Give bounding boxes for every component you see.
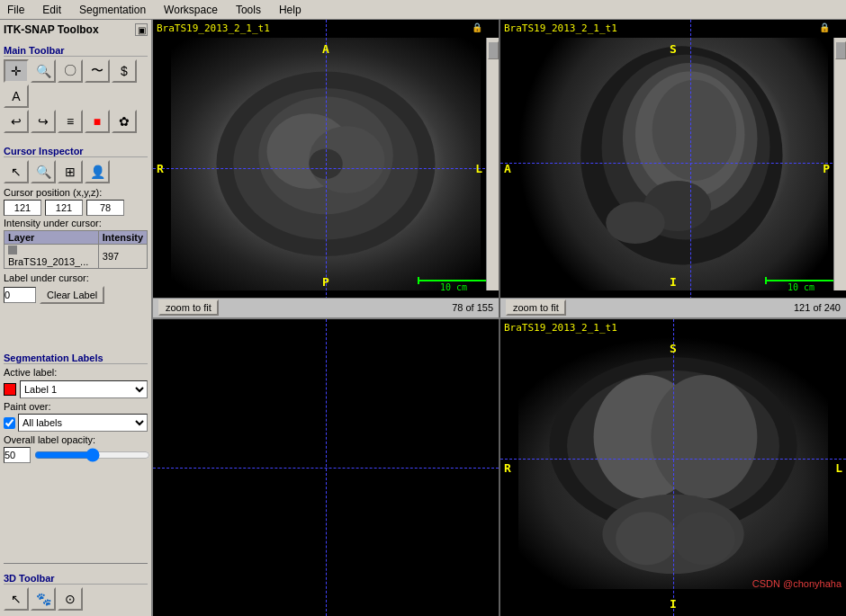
sagittal-scale-bar: 10 cm: [765, 280, 837, 292]
menu-file[interactable]: File: [4, 3, 28, 17]
top-row: 🔒 BraTS19_2013_2_1_t1 A P R: [153, 20, 846, 319]
sagittal-scroll-thumb[interactable]: [835, 41, 846, 59]
tool-snake[interactable]: 〜: [85, 59, 110, 83]
paint-over-text: Paint over:: [4, 401, 148, 412]
empty-spacer: [4, 304, 148, 340]
layer-color-swatch: [8, 246, 17, 254]
toolbox-collapse-button[interactable]: ▣: [135, 23, 148, 36]
sagittal-scale-line: [765, 280, 837, 281]
3d-tool-1[interactable]: ↖: [4, 587, 29, 611]
lock-icon-axial: 🔒: [472, 22, 482, 32]
menu-help[interactable]: Help: [275, 3, 305, 17]
view-3d[interactable]: [153, 319, 500, 617]
tool-pan[interactable]: 〇: [58, 59, 83, 83]
cursor-coord-row: [4, 200, 148, 216]
intensity-value: 397: [98, 245, 147, 269]
coord-x-input[interactable]: [4, 200, 41, 216]
opacity-row: [4, 447, 148, 463]
left-panel: ITK-SNAP Toolbox ▣ Main Toolbar ✛ 🔍 〇 〜 …: [0, 20, 153, 616]
tool-crosshair[interactable]: ✛: [4, 59, 29, 83]
tool-dollar[interactable]: $: [112, 59, 137, 83]
paint-over-row: All labels: [4, 414, 148, 432]
bottom-row: BraTS19_2013_2_1_t1 S I R: [153, 319, 846, 617]
sagittal-scale-text: 10 cm: [788, 282, 814, 292]
sagittal-status-bar: zoom to fit 121 of 240: [500, 298, 846, 317]
tool-palette[interactable]: ✿: [112, 110, 137, 133]
coronal-orient-left: R: [504, 460, 511, 474]
opacity-text: Overall label opacity:: [4, 434, 148, 445]
tool-layers[interactable]: ≡: [58, 110, 83, 133]
view-coronal[interactable]: BraTS19_2013_2_1_t1 S I R: [500, 319, 846, 617]
cursor-tool-person[interactable]: 👤: [85, 160, 110, 183]
sagittal-brain-image: [518, 38, 828, 290]
opacity-value-input[interactable]: [4, 447, 31, 463]
main-layout: ITK-SNAP Toolbox ▣ Main Toolbar ✛ 🔍 〇 〜 …: [0, 20, 846, 616]
svg-point-12: [606, 201, 664, 244]
menu-workspace[interactable]: Workspace: [160, 3, 221, 17]
sagittal-orient-right: P: [823, 162, 830, 175]
clear-label-button[interactable]: Clear Label: [40, 286, 104, 304]
svg-point-10: [652, 80, 737, 181]
active-label-text: Active label:: [4, 367, 148, 378]
axial-scrollbar[interactable]: [486, 38, 499, 290]
tool-undo[interactable]: ↩: [4, 110, 29, 133]
tool-red[interactable]: ■: [85, 110, 110, 133]
cursor-inspector-section: Cursor Inspector ↖ 🔍 ⊞ 👤 Cursor position…: [4, 140, 148, 304]
viewport-area: 🔒 BraTS19_2013_2_1_t1 A P R: [153, 20, 846, 616]
intensity-layer-name: BraTS19_2013_...: [4, 245, 99, 269]
3d-tool-2[interactable]: 🐾: [31, 587, 56, 611]
sagittal-zoom-fit-button[interactable]: zoom to fit: [506, 299, 566, 316]
view-axial[interactable]: 🔒 BraTS19_2013_2_1_t1 A P R: [153, 20, 500, 317]
coronal-orient-bottom: I: [670, 597, 677, 611]
3d-crosshair-v: [326, 319, 327, 617]
menubar: File Edit Segmentation Workspace Tools H…: [0, 0, 846, 20]
cursor-tool-arrow[interactable]: ↖: [4, 160, 29, 183]
coord-y-input[interactable]: [45, 200, 83, 216]
menu-tools[interactable]: Tools: [232, 3, 265, 17]
intensity-label: Intensity under cursor:: [4, 218, 148, 228]
sagittal-orient-top: S: [670, 42, 677, 56]
label-value-input[interactable]: [4, 287, 36, 303]
axial-status-bar: zoom to fit 78 of 155: [153, 298, 499, 317]
lock-icon-sagittal: 🔒: [819, 22, 830, 32]
axial-scale-text: 10 cm: [440, 282, 467, 292]
paint-over-checkbox[interactable]: [4, 417, 15, 429]
axial-zoom-fit-button[interactable]: zoom to fit: [158, 299, 219, 316]
axial-orient-top: A: [322, 42, 329, 56]
axial-scroll-thumb[interactable]: [488, 41, 499, 59]
3d-toolbar-row: ↖ 🐾 ⊙: [4, 587, 148, 611]
active-label-select[interactable]: Label 1: [20, 380, 148, 398]
toolbox-title: ITK-SNAP Toolbox: [4, 23, 99, 36]
3d-tool-3[interactable]: ⊙: [58, 587, 83, 611]
intensity-col-layer: Layer: [4, 231, 99, 245]
sagittal-scrollbar[interactable]: [833, 38, 846, 290]
coronal-filename: BraTS19_2013_2_1_t1: [504, 322, 617, 334]
menu-segmentation[interactable]: Segmentation: [76, 3, 149, 17]
tool-text[interactable]: A: [4, 85, 29, 108]
cursor-tool-search[interactable]: 🔍: [31, 160, 56, 183]
coord-z-input[interactable]: [86, 200, 124, 216]
coronal-orient-top: S: [670, 342, 677, 355]
opacity-slider[interactable]: [34, 448, 150, 462]
coronal-orient-right: L: [835, 460, 842, 474]
axial-filename: BraTS19_2013_2_1_t1: [157, 22, 270, 34]
main-toolbar-row2: ↩ ↪ ≡ ■ ✿: [4, 110, 148, 133]
tool-redo[interactable]: ↪: [31, 110, 56, 133]
active-label-color: [4, 383, 16, 396]
main-toolbar-row1: ✛ 🔍 〇 〜 $ A: [4, 59, 148, 108]
segmentation-labels-section: Segmentation Labels Active label: Label …: [4, 347, 148, 465]
tool-zoom[interactable]: 🔍: [31, 59, 56, 83]
view-sagittal[interactable]: 🔒 BraTS19_2013_2_1_t1 S I: [500, 20, 846, 317]
toolbox-header: ITK-SNAP Toolbox ▣: [4, 23, 148, 36]
svg-point-16: [651, 374, 757, 498]
paint-over-select[interactable]: All labels: [18, 414, 148, 432]
sagittal-orient-left: A: [504, 162, 511, 175]
sagittal-crosshair-h: [500, 163, 846, 164]
axial-crosshair-v: [326, 20, 327, 317]
watermark: CSDN @chonyhaha: [752, 578, 842, 589]
cursor-tool-grid[interactable]: ⊞: [58, 160, 83, 183]
menu-edit[interactable]: Edit: [39, 3, 65, 17]
cursor-inspector-label: Cursor Inspector: [4, 146, 148, 157]
coronal-crosshair-v: [673, 319, 674, 617]
axial-slice-info: 78 of 155: [452, 302, 493, 313]
